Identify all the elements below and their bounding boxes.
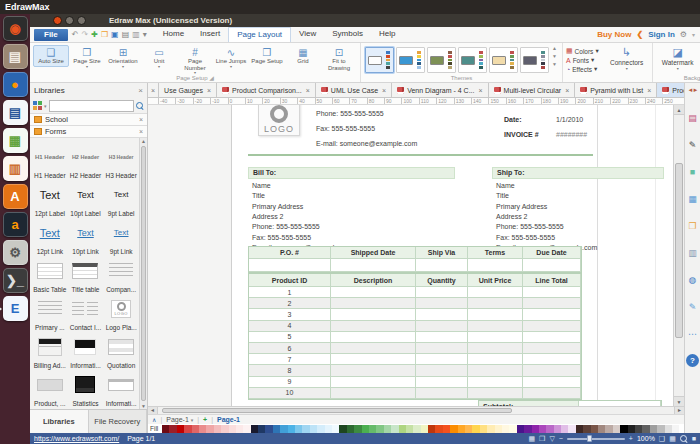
canvas-horizontal-scrollbar[interactable]: ◄ ►: [148, 406, 684, 414]
ribbon-button-fit-to-drawing[interactable]: ⊡Fit to Drawing: [321, 45, 357, 73]
invoice-ship-to-field[interactable]: Address 2: [496, 213, 528, 220]
help-icon[interactable]: ?: [686, 354, 699, 367]
amazon-icon[interactable]: a: [3, 212, 28, 237]
tab-close-icon[interactable]: ×: [207, 87, 211, 94]
invoice-bill-to-field[interactable]: Primary Address: [252, 203, 303, 210]
fill-color-swatch[interactable]: [524, 425, 531, 433]
fill-color-swatch[interactable]: [458, 425, 465, 433]
fill-color-swatch[interactable]: [532, 425, 539, 433]
library-scroll-down-icon[interactable]: ▼: [140, 403, 147, 409]
window-close-button[interactable]: [53, 16, 62, 25]
fill-color-swatch[interactable]: [243, 425, 250, 433]
vertical-scroll-thumb[interactable]: [675, 163, 683, 338]
pen-format-icon[interactable]: ✎: [686, 138, 699, 151]
fill-color-swatch[interactable]: [199, 425, 206, 433]
library-item-9pt-link[interactable]: Text9pt Link: [103, 218, 139, 256]
fill-color-swatch[interactable]: [325, 425, 332, 433]
fill-color-swatch[interactable]: [546, 425, 553, 433]
menu-tab-symbols[interactable]: Symbols: [324, 27, 371, 42]
library-item-contact-i-[interactable]: Contact I...: [68, 294, 104, 332]
document-tab-use-gauges[interactable]: Use Gauges×: [159, 83, 217, 97]
zoom-in-button[interactable]: +: [629, 434, 633, 443]
fill-color-swatch[interactable]: [517, 425, 524, 433]
library-item-10pt-link[interactable]: Text10pt Link: [68, 218, 104, 256]
impress-icon[interactable]: ▥: [3, 156, 28, 181]
fill-color-swatch[interactable]: [391, 425, 398, 433]
invoice-ship-to-field[interactable]: Phone: 555-555-5555: [496, 223, 564, 230]
fill-color-swatch[interactable]: [450, 425, 457, 433]
invoice-number-value[interactable]: ########: [556, 131, 587, 138]
fill-color-swatch[interactable]: [302, 425, 309, 433]
ribbon-button-line-jumps[interactable]: ∿Line Jumps▾: [213, 45, 249, 71]
library-category-icon[interactable]: [33, 101, 42, 110]
edrawsoft-url-link[interactable]: https://www.edrawsoft.com/: [34, 435, 119, 442]
export-icon[interactable]: ▥: [132, 31, 140, 39]
fill-color-swatch[interactable]: [376, 425, 383, 433]
fill-color-swatch[interactable]: [221, 425, 228, 433]
fill-color-swatch[interactable]: [539, 425, 546, 433]
library-section-close-icon[interactable]: ×: [139, 116, 143, 123]
document-tab-product-comparison-[interactable]: Product Comparison...×: [217, 83, 316, 97]
fill-color-swatch[interactable]: [347, 425, 354, 433]
library-item-informati-[interactable]: Informati...: [103, 370, 139, 408]
ribbon-button-page-size[interactable]: ❒Page Size▾: [69, 45, 105, 71]
invoice-logo-placeholder[interactable]: LOGO: [258, 105, 300, 136]
fill-color-swatch[interactable]: [613, 425, 620, 433]
calc-icon[interactable]: ▦: [3, 128, 28, 153]
ribbon-button-orientation[interactable]: ⊞Orientation▾: [105, 45, 141, 71]
ribbon-button-page-setup[interactable]: ❒Page Setup: [249, 45, 285, 67]
terminal-icon[interactable]: ❯_: [3, 268, 28, 293]
picture-icon[interactable]: ▦: [686, 192, 699, 205]
library-item-compan-[interactable]: Compan...: [103, 256, 139, 294]
zoom-area-icon[interactable]: [680, 435, 688, 443]
invoice-contact-line[interactable]: Fax: 555-555-5555: [316, 125, 375, 132]
fill-color-swatch[interactable]: [620, 425, 627, 433]
library-item-h3-header[interactable]: H3 HeaderH3 Header: [103, 142, 139, 180]
library-item-12pt-label[interactable]: Text12pt Label: [32, 180, 68, 218]
window-maximize-button[interactable]: [77, 16, 86, 25]
libraries-close-icon[interactable]: ×: [138, 86, 143, 95]
clipboard-icon[interactable]: ▥: [686, 246, 699, 259]
fill-color-swatch[interactable]: [184, 425, 191, 433]
tab-close-icon[interactable]: ×: [647, 87, 651, 94]
fill-color-swatch[interactable]: [280, 425, 287, 433]
menu-tab-help[interactable]: Help: [371, 27, 403, 42]
page-tab-page-1[interactable]: Page-1: [217, 416, 240, 423]
edraw-icon[interactable]: E: [3, 296, 28, 321]
tab-close-icon[interactable]: ×: [382, 87, 386, 94]
fill-color-swatch[interactable]: [635, 425, 642, 433]
fill-color-swatch[interactable]: [435, 425, 442, 433]
invoice-bill-to-field[interactable]: Address 2: [252, 213, 284, 220]
invoice-ship-to-header[interactable]: Ship To:: [492, 167, 664, 179]
invoice-number-label[interactable]: INVOICE #: [504, 131, 539, 138]
invoice-ship-to-field[interactable]: Fax: 555-555-5555: [496, 234, 555, 241]
add-page-button[interactable]: +: [203, 416, 207, 423]
document-tab-venn-diagram-4-c-[interactable]: Venn Diagram - 4 C...×: [392, 83, 488, 97]
fill-color-swatch[interactable]: [428, 425, 435, 433]
library-scrollbar[interactable]: ▲▼: [139, 138, 147, 409]
menu-tab-page-layout[interactable]: Page Layout: [228, 27, 291, 42]
ribbon-button-unit[interactable]: ▭Unit▾: [141, 45, 177, 71]
fill-color-swatch[interactable]: [406, 425, 413, 433]
document-tab-pyramid-with-list[interactable]: Pyramid with List×: [575, 83, 657, 97]
library-item-h1-header[interactable]: H1 HeaderH1 Header: [32, 142, 68, 180]
fill-color-swatch[interactable]: [487, 425, 494, 433]
ribbon-button-watermark[interactable]: ◪Watermark▾: [656, 45, 700, 71]
fill-color-swatch[interactable]: [288, 425, 295, 433]
library-item-10pt-label[interactable]: Text10pt Label: [68, 180, 104, 218]
themes-up-icon[interactable]: ▲: [552, 45, 557, 51]
ribbon-button-page-number[interactable]: #Page Number▾: [177, 45, 213, 77]
invoice-contact-line[interactable]: E-mail: someone@example.com: [316, 140, 417, 147]
tab-scroll-arrows-icon[interactable]: ◄►: [688, 83, 698, 97]
print-icon[interactable]: ▤: [122, 31, 130, 39]
fill-color-swatch[interactable]: [443, 425, 450, 433]
dialog-launcher-icon[interactable]: ◢: [209, 75, 214, 81]
invoice-date-value[interactable]: 1/1/2010: [556, 116, 583, 123]
ribbon-button-colors[interactable]: ▦Colors▾: [566, 47, 599, 55]
undo-icon[interactable]: ↶: [72, 31, 79, 39]
zoom-out-button[interactable]: −: [559, 434, 563, 443]
fill-color-swatch[interactable]: [650, 425, 657, 433]
fill-color-swatch[interactable]: [598, 425, 605, 433]
layout-view-icon[interactable]: ❐: [539, 434, 545, 443]
redo-icon[interactable]: ↷: [81, 31, 88, 39]
